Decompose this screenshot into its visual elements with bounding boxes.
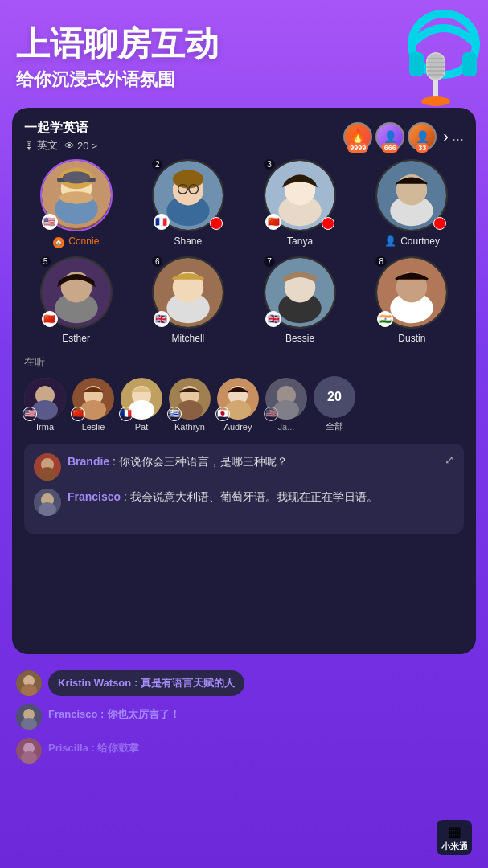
room-avatar-badge-1: 9999 bbox=[347, 143, 368, 153]
mic-icon: 🎙 bbox=[24, 140, 35, 152]
bottom-logo: ▦ 小米通 bbox=[437, 820, 472, 855]
listener-name-leslie: Leslie bbox=[82, 422, 105, 432]
room-avatar-badge-2: 666 bbox=[382, 143, 399, 153]
speaker-name-mitchell: Mitchell bbox=[172, 333, 205, 344]
comment-priscilla: Priscilla : 给你鼓掌 bbox=[16, 738, 472, 764]
all-count-label: 全部 bbox=[326, 420, 343, 432]
user-icon-courtney: 👤 bbox=[384, 235, 396, 247]
listener-pat[interactable]: 🇫🇷 Pat bbox=[121, 378, 162, 432]
room-language: 🎙 英文 bbox=[24, 138, 58, 153]
logo-icon: ▦ bbox=[448, 823, 461, 841]
rank-dustin: 8 bbox=[375, 256, 387, 267]
header: 上语聊房互动 给你沉浸式外语氛围 bbox=[0, 0, 488, 100]
comment-avatar-francisco2[interactable] bbox=[16, 704, 42, 730]
room-options[interactable]: ... bbox=[452, 128, 464, 145]
speaker-courtney[interactable]: 👤 Courtney bbox=[360, 159, 464, 248]
speaker-mitchell[interactable]: 🇬🇧 6 Mitchell bbox=[136, 256, 240, 344]
expand-icon[interactable]: ⤢ bbox=[445, 453, 454, 466]
chat-avatar-francisco[interactable] bbox=[34, 489, 61, 516]
room-more-chevron[interactable]: › bbox=[443, 127, 449, 145]
listener-name-pat: Pat bbox=[135, 422, 149, 432]
speaker-bessie[interactable]: 🇬🇧 7 Bessie bbox=[248, 256, 352, 344]
speaker-name-esther: Esther bbox=[62, 333, 90, 344]
listener-audrey[interactable]: 🇯🇵 Audrey bbox=[217, 378, 259, 432]
chat-text-brandie: Brandie : 你说你会三种语言，是哪三种呢？ bbox=[68, 453, 288, 470]
record-dot-tanya bbox=[322, 217, 334, 230]
chat-section: ⤢ Brandie : 你说你会三种语言，是哪三种呢？ bbox=[24, 444, 464, 534]
speaker-esther[interactable]: 🇨🇳 5 Esther bbox=[24, 256, 128, 344]
comments-section: Kristin Watson : 真是有语言天赋的人 Francisco : 你… bbox=[0, 664, 488, 764]
svg-point-4 bbox=[421, 96, 450, 106]
room-meta: 🎙 英文 👁 20 > bbox=[24, 138, 97, 153]
chat-message-francisco: Francisco : 我会说意大利语、葡萄牙语。我现在正在学日语。 bbox=[34, 489, 454, 516]
speaker-name-bessie: Bessie bbox=[285, 333, 314, 344]
listeners-row: 🇺🇸 Irma 🇨🇳 Le bbox=[24, 376, 464, 432]
room-avatar-3[interactable]: 👤 33 bbox=[408, 122, 437, 151]
logo-text: 小米通 bbox=[441, 841, 468, 853]
room-title: 一起学英语 bbox=[24, 120, 97, 137]
speaker-name-connie: 🏠 Connie bbox=[53, 235, 99, 248]
speaker-tanya[interactable]: 🇨🇳 3 Tanya bbox=[248, 159, 352, 248]
speaker-name-courtney: 👤 Courtney bbox=[384, 235, 440, 247]
logo-box: ▦ 小米通 bbox=[437, 820, 472, 855]
host-icon: 🏠 bbox=[53, 237, 64, 248]
listener-kathryn[interactable]: 🇺🇾 Kathryn bbox=[169, 378, 211, 432]
listener-name-j: Ja... bbox=[278, 422, 295, 432]
room-header: 一起学英语 🎙 英文 👁 20 > 🔥 9999 👤 bbox=[24, 120, 464, 153]
listener-name-kathryn: Kathryn bbox=[174, 422, 205, 432]
listeners-label: 在听 bbox=[24, 355, 464, 370]
eye-icon: 👁 bbox=[64, 140, 75, 152]
chat-name-brandie: Brandie bbox=[68, 455, 109, 468]
speaker-name-tanya: Tanya bbox=[287, 235, 313, 247]
record-dot-courtney bbox=[433, 217, 446, 230]
svg-rect-1 bbox=[409, 52, 424, 76]
comment-avatar-kristin[interactable] bbox=[16, 670, 42, 696]
comment-bubble-kristin: Kristin Watson : 真是有语言天赋的人 bbox=[48, 670, 244, 696]
speaker-shane[interactable]: 🇫🇷 2 Shane bbox=[136, 159, 240, 248]
comment-avatar-priscilla[interactable] bbox=[16, 738, 42, 764]
rank-shane: 2 bbox=[152, 159, 163, 170]
main-card: 一起学英语 🎙 英文 👁 20 > 🔥 9999 👤 bbox=[12, 108, 476, 654]
rank-bessie: 7 bbox=[264, 256, 275, 267]
rank-mitchell: 6 bbox=[152, 256, 163, 267]
svg-rect-2 bbox=[462, 52, 477, 76]
comment-kristin: Kristin Watson : 真是有语言天赋的人 bbox=[16, 670, 472, 696]
rank-tanya: 3 bbox=[264, 159, 275, 170]
speakers-grid: 🇺🇸 🏠 Connie bbox=[24, 159, 464, 344]
speaker-dustin[interactable]: 🇮🇳 8 Dustin bbox=[360, 256, 464, 344]
chat-message-brandie: Brandie : 你说你会三种语言，是哪三种呢？ bbox=[34, 453, 445, 481]
room-avatar-badge-3: 33 bbox=[416, 143, 429, 153]
room-avatars: 🔥 9999 👤 666 👤 33 › ... bbox=[343, 122, 464, 151]
all-listeners[interactable]: 20 全部 bbox=[314, 376, 355, 432]
comment-text-priscilla: Priscilla : 给你鼓掌 bbox=[48, 738, 139, 759]
rank-esther: 5 bbox=[40, 256, 51, 267]
listener-leslie[interactable]: 🇨🇳 Leslie bbox=[72, 378, 114, 432]
listeners-section: 在听 🇺🇸 Irma bbox=[24, 355, 464, 432]
room-title-area: 一起学英语 🎙 英文 👁 20 > bbox=[24, 120, 97, 153]
speaker-name-dustin: Dustin bbox=[398, 333, 425, 344]
svg-point-24 bbox=[173, 170, 203, 189]
comment-francisco2: Francisco : 你也太厉害了！ bbox=[16, 704, 472, 730]
record-dot-shane bbox=[210, 217, 223, 230]
svg-point-19 bbox=[62, 172, 89, 184]
speaker-connie[interactable]: 🇺🇸 🏠 Connie bbox=[24, 159, 128, 248]
room-views: 👁 20 > bbox=[64, 140, 97, 152]
room-avatar-2[interactable]: 👤 666 bbox=[375, 122, 404, 151]
chat-name-francisco: Francisco bbox=[68, 490, 121, 503]
decoration bbox=[375, 8, 480, 121]
listener-name-irma: Irma bbox=[36, 422, 54, 432]
chat-avatar-brandie[interactable] bbox=[34, 453, 61, 481]
all-count-number: 20 bbox=[327, 390, 342, 404]
listener-irma[interactable]: 🇺🇸 Irma bbox=[24, 378, 66, 432]
listener-name-audrey: Audrey bbox=[224, 422, 252, 432]
speaker-name-shane: Shane bbox=[174, 235, 203, 247]
comment-text-francisco2: Francisco : 你也太厉害了！ bbox=[48, 704, 180, 725]
room-avatar-1[interactable]: 🔥 9999 bbox=[343, 122, 372, 151]
listener-j[interactable]: 🇺🇸 Ja... bbox=[265, 378, 307, 432]
svg-point-16 bbox=[59, 192, 93, 204]
chat-text-francisco: Francisco : 我会说意大利语、葡萄牙语。我现在正在学日语。 bbox=[68, 489, 378, 506]
